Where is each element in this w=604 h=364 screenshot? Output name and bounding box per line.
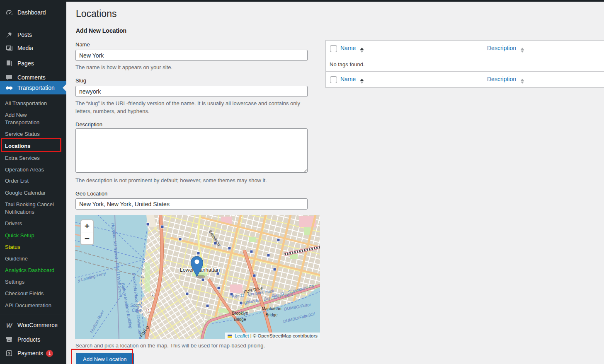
sidebar-sub-settings[interactable]: Settings (5, 278, 61, 286)
menu-separator (0, 314, 66, 314)
sidebar-item-label: Posts (17, 31, 32, 38)
sidebar-item-posts[interactable]: Posts (0, 28, 66, 42)
admin-sidebar: Dashboard Posts Media Pages Comments Tra… (0, 0, 66, 364)
slug-input[interactable] (75, 86, 308, 97)
map-zoom-control: + − (80, 219, 94, 245)
sidebar-sub-analytics-dashboard[interactable]: Analytics Dashboard (5, 267, 61, 274)
name-input[interactable] (75, 50, 308, 61)
dashboard-icon (5, 8, 13, 17)
sidebar-sub-drivers[interactable]: Drivers (5, 220, 61, 227)
comments-icon (5, 73, 13, 82)
select-all-checkbox-top[interactable] (330, 45, 337, 52)
sort-by-name-link[interactable]: Name (340, 45, 356, 51)
sidebar-sub-extra-services[interactable]: Extra Services (5, 154, 61, 162)
svg-text:Bridge: Bridge (266, 313, 278, 317)
pin-icon (5, 31, 13, 39)
pages-icon (5, 59, 13, 67)
svg-text:Brooklyn: Brooklyn (232, 311, 248, 316)
sidebar-item-dashboard[interactable]: Dashboard (0, 5, 66, 19)
svg-text:South: South (130, 303, 141, 308)
description-label: Description (75, 121, 102, 128)
geo-location-input[interactable] (75, 198, 308, 210)
sidebar-sub-locations[interactable]: Locations (5, 142, 61, 150)
map-help-text: Search and pick a location on the map. T… (75, 342, 316, 350)
svg-text:2: 2 (152, 293, 154, 297)
add-location-heading: Add New Location (76, 27, 126, 34)
sort-by-description-link[interactable]: Description (487, 45, 516, 51)
sidebar-sub-all-transportation[interactable]: All Transportation (5, 100, 61, 107)
table-header-row: Name Description (326, 41, 604, 57)
name-sort-indicator-icon (360, 48, 364, 53)
map-attribution: Leaflet | © OpenStreetMap contributors (225, 333, 320, 339)
table-empty-row: No tags found. (326, 57, 604, 72)
svg-text:1: 1 (148, 309, 150, 312)
sidebar-sub-status[interactable]: Status (5, 243, 61, 251)
select-all-checkbox-bottom[interactable] (330, 76, 337, 83)
sidebar-item-label: Payments (17, 350, 43, 357)
attribution-separator: | (250, 333, 252, 338)
sidebar-item-woocommerce[interactable]: W WooCommerce (0, 318, 66, 332)
car-icon (5, 84, 13, 92)
description-textarea[interactable] (75, 128, 308, 173)
sidebar-sub-taxi-booking-cancel[interactable]: Taxi Booking Cancel Notifications (5, 201, 61, 216)
ukraine-flag-icon (228, 335, 232, 338)
attribution-text: © OpenStreetMap contributors (253, 333, 318, 338)
payments-count-badge: 1 (46, 350, 53, 357)
sidebar-item-products[interactable]: Products (0, 333, 66, 347)
main-content: Locations Add New Location Name The name… (66, 0, 604, 364)
sidebar-sub-operation-areas[interactable]: Operation Areas (5, 166, 61, 174)
sidebar-sub-order-list[interactable]: Order List (5, 177, 61, 185)
table-footer-row: Name Description (326, 72, 604, 87)
description-help-text: The description is not prominent by defa… (75, 176, 308, 184)
zoom-in-button[interactable]: + (81, 220, 93, 232)
name-label: Name (75, 41, 90, 48)
sidebar-item-pages[interactable]: Pages (0, 56, 66, 70)
payments-icon: $ (5, 349, 13, 357)
description-sort-indicator-icon (521, 79, 524, 84)
sidebar-sub-checkout-fields[interactable]: Checkout Fields (5, 290, 61, 297)
geo-location-label: Geo Location (75, 190, 107, 197)
slug-help-text: The “slug” is the URL-friendly version o… (75, 99, 308, 115)
sidebar-item-transportation[interactable]: Transportation (0, 81, 66, 94)
sidebar-sub-guideline[interactable]: Guideline (5, 255, 61, 263)
admin-bar-remnant (0, 0, 604, 2)
leaflet-link[interactable]: Leaflet (235, 333, 249, 338)
products-icon (5, 335, 13, 344)
empty-message: No tags found. (326, 61, 365, 67)
description-sort-indicator-icon (521, 48, 524, 53)
sidebar-sub-quick-setup[interactable]: Quick Setup (5, 232, 61, 239)
sidebar-item-label: Transportation (17, 84, 55, 91)
name-sort-indicator-icon (360, 79, 364, 84)
sidebar-item-label: Products (17, 336, 40, 343)
leaflet-map[interactable]: 2 1 Hudson River Battery Maritime Buildi… (75, 215, 320, 339)
svg-text:Manhattan: Manhattan (262, 306, 281, 311)
name-help-text: The name is how it appears on your site. (75, 63, 308, 71)
sort-by-description-link-bottom[interactable]: Description (487, 76, 516, 82)
svg-text:Bridge: Bridge (234, 317, 246, 322)
locations-list-table: Name Description No tags found. Name Des… (325, 40, 604, 88)
sidebar-item-media[interactable]: Media (0, 41, 66, 55)
sidebar-sub-api-documentation[interactable]: API Documentation (5, 302, 61, 309)
svg-text:$: $ (8, 351, 10, 355)
sidebar-item-payments[interactable]: $ Payments 1 (0, 346, 66, 360)
zoom-out-button[interactable]: − (81, 232, 93, 244)
page-title: Locations (76, 8, 116, 19)
media-icon (5, 44, 13, 52)
sidebar-sub-add-new-transportation[interactable]: Add New Transportation (5, 111, 61, 126)
slug-label: Slug (75, 77, 86, 84)
sidebar-item-label: WooCommerce (17, 322, 58, 328)
sidebar-item-label: Dashboard (17, 9, 46, 16)
sidebar-sub-google-calendar[interactable]: Google Calendar (5, 189, 61, 197)
map-canvas: 2 1 Hudson River Battery Maritime Buildi… (75, 215, 320, 339)
add-new-location-button[interactable]: Add New Location (76, 353, 134, 364)
svg-text:Cove: Cove (132, 308, 142, 313)
sidebar-item-label: Pages (17, 60, 34, 67)
woocommerce-icon: W (5, 321, 13, 329)
sidebar-item-label: Comments (17, 74, 46, 81)
sidebar-item-label: Media (17, 45, 33, 51)
sidebar-sub-service-status[interactable]: Service Status (5, 130, 61, 138)
sort-by-name-link-bottom[interactable]: Name (340, 76, 356, 82)
current-menu-arrow (63, 84, 66, 92)
